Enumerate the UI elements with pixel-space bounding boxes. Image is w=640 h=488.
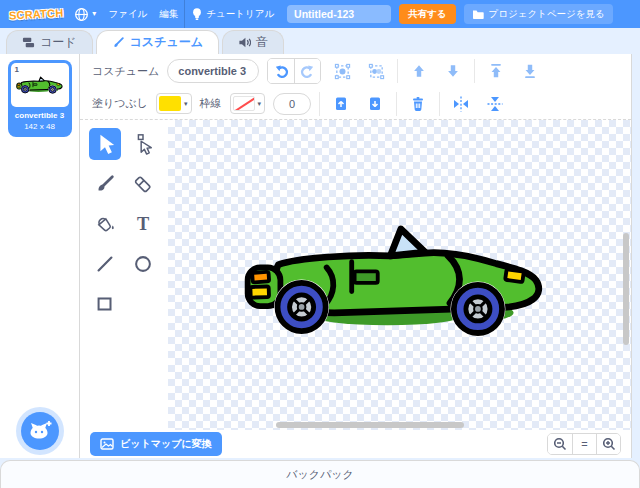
menu-file[interactable]: ファイル (102, 0, 153, 28)
language-selector[interactable]: ▾ (68, 0, 102, 28)
rectangle-icon (94, 293, 116, 315)
flip-vertical-icon (486, 95, 504, 113)
layer-front-icon (488, 63, 504, 79)
backpack-label: バックパック (286, 467, 354, 482)
outline-width-input[interactable] (273, 93, 311, 115)
tool-circle[interactable] (127, 248, 159, 280)
zoom-out-button[interactable] (548, 434, 572, 454)
line-icon (94, 253, 116, 275)
tool-rectangle[interactable] (89, 288, 121, 320)
delete-button[interactable] (405, 92, 431, 116)
redo-button[interactable] (294, 59, 320, 83)
fill-color-swatch (159, 96, 181, 111)
menu-bar: SCRATCH ▾ ファイル 編集 チュートリアル 共有する プロジェクトページ… (0, 0, 640, 28)
zoom-in-button[interactable] (596, 434, 620, 454)
fill-bucket-icon (94, 213, 116, 235)
tool-select[interactable] (89, 128, 121, 160)
tool-fill[interactable] (89, 208, 121, 240)
paste-button[interactable] (362, 92, 388, 116)
flip-horizontal-icon (452, 95, 470, 113)
costume-item-selected[interactable]: 1 convertible 3 142 x 48 (8, 60, 72, 137)
speaker-icon (238, 36, 251, 49)
svg-text:T: T (137, 214, 149, 234)
select-cursor-icon (94, 133, 116, 155)
costume-name-input[interactable] (167, 59, 259, 83)
circle-icon (132, 253, 154, 275)
convert-to-bitmap-button[interactable]: ビットマップに変換 (90, 432, 222, 456)
paint-canvas[interactable] (168, 120, 631, 430)
tool-eraser[interactable] (127, 168, 159, 200)
tool-reshape[interactable] (127, 128, 159, 160)
eraser-icon (132, 173, 154, 195)
costume-header-row: コスチューム (80, 54, 631, 88)
ungroup-button[interactable] (363, 59, 389, 83)
zoom-out-icon (553, 437, 567, 451)
lightbulb-icon (191, 7, 203, 21)
project-title-input[interactable] (287, 5, 391, 23)
brush-icon (94, 173, 116, 195)
chevron-down-icon: ▾ (258, 100, 262, 108)
backward-button[interactable] (440, 59, 466, 83)
fill-label: 塗りつぶし (92, 96, 148, 111)
tab-code[interactable]: コード (6, 30, 93, 54)
undo-redo-group (267, 58, 321, 84)
toolbar-divider (319, 92, 320, 116)
fill-color-picker[interactable]: ▾ (156, 93, 192, 114)
globe-icon (74, 7, 89, 22)
costume-list-panel: 1 convertible 3 142 x 48 (0, 54, 80, 458)
undo-icon (274, 64, 289, 79)
tab-bar: コード コスチューム 音 (0, 28, 640, 54)
ungroup-icon (368, 63, 385, 80)
paintbrush-icon (112, 36, 125, 49)
editor-content: 1 convertible 3 142 x 48 コスチューム (0, 54, 632, 458)
tab-costumes[interactable]: コスチューム (96, 30, 219, 54)
tab-sounds[interactable]: 音 (222, 30, 284, 54)
group-icon (334, 63, 351, 80)
zoom-controls: = (547, 433, 621, 455)
chevron-down-icon: ▾ (92, 10, 96, 18)
tool-brush[interactable] (89, 168, 121, 200)
tool-text[interactable]: T (127, 208, 159, 240)
layer-backward-icon (445, 63, 461, 79)
menu-tutorials[interactable]: チュートリアル (185, 0, 280, 28)
toolbar-divider (474, 59, 475, 83)
project-page-button[interactable]: プロジェクトページを見る (464, 4, 613, 24)
add-costume-button[interactable] (21, 412, 59, 450)
backpack-bar[interactable]: バックパック (0, 460, 640, 488)
costume-drawing-convertible[interactable] (238, 222, 556, 338)
layer-back-icon (522, 63, 538, 79)
outline-color-picker[interactable]: ▾ (230, 93, 266, 114)
paint-workspace: T (80, 120, 631, 430)
menu-edit[interactable]: 編集 (153, 0, 184, 28)
flip-vertical-button[interactable] (482, 92, 508, 116)
front-button[interactable] (483, 59, 509, 83)
cat-plus-icon (28, 420, 52, 442)
copy-icon (333, 96, 349, 112)
costume-label: コスチューム (92, 64, 159, 79)
back-button[interactable] (517, 59, 543, 83)
outline-label: 枠線 (200, 96, 222, 111)
costume-name: convertible 3 142 x 48 (11, 107, 69, 134)
redo-icon (300, 64, 315, 79)
share-button[interactable]: 共有する (399, 4, 455, 24)
paste-icon (367, 96, 383, 112)
tool-line[interactable] (89, 248, 121, 280)
zoom-reset-button[interactable]: = (572, 434, 596, 454)
code-blocks-icon (22, 36, 35, 49)
copy-button[interactable] (328, 92, 354, 116)
forward-button[interactable] (406, 59, 432, 83)
outline-color-swatch (233, 96, 255, 111)
canvas-footer: ビットマップに変換 = (80, 430, 631, 458)
group-button[interactable] (329, 59, 355, 83)
horizontal-scrollbar[interactable] (276, 422, 464, 428)
vertical-scrollbar[interactable] (623, 233, 629, 345)
toolbar-divider (397, 59, 398, 83)
text-icon: T (132, 213, 154, 235)
trash-icon (410, 96, 426, 112)
chevron-down-icon: ▾ (184, 100, 188, 108)
tool-palette: T (80, 120, 168, 430)
scratch-logo[interactable]: SCRATCH (6, 6, 69, 21)
flip-horizontal-button[interactable] (448, 92, 474, 116)
undo-button[interactable] (268, 59, 294, 83)
style-toolbar-row: 塗りつぶし ▾ 枠線 ▾ (80, 88, 631, 120)
